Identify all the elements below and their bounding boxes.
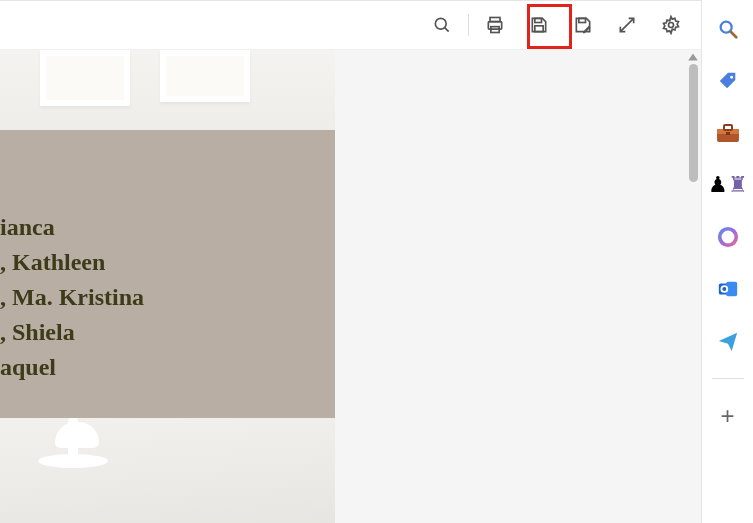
svg-point-12 — [730, 76, 733, 79]
svg-rect-16 — [726, 132, 730, 135]
right-sidebar: ♟♜+ — [701, 0, 753, 523]
scroll-thumb[interactable] — [689, 64, 698, 182]
sidebar-item-search[interactable] — [713, 14, 743, 44]
copilot-icon — [717, 226, 739, 248]
save-as-icon — [573, 15, 593, 35]
print-icon — [485, 15, 505, 35]
svg-rect-5 — [535, 18, 542, 22]
search-icon — [432, 15, 452, 35]
photo-background-top — [0, 50, 335, 130]
sidebar-separator — [712, 378, 744, 379]
chess-icon: ♟♜ — [708, 172, 748, 198]
toolbar — [0, 0, 701, 50]
save-icon — [529, 15, 549, 35]
fullscreen-icon — [617, 15, 637, 35]
name-line: ianca — [0, 210, 144, 245]
toolbar-separator — [468, 14, 469, 36]
picture-frame — [40, 50, 130, 106]
document-page: ianca, Kathleen, Ma. Kristina, Shielaaqu… — [0, 50, 335, 523]
content-area: ianca, Kathleen, Ma. Kristina, Shielaaqu… — [0, 50, 701, 523]
save-button[interactable] — [519, 5, 559, 45]
svg-rect-7 — [579, 18, 586, 22]
sidebar-item-outlook[interactable] — [713, 274, 743, 304]
name-line: , Ma. Kristina — [0, 280, 144, 315]
svg-line-11 — [730, 32, 736, 38]
name-list: ianca, Kathleen, Ma. Kristina, Shielaaqu… — [0, 210, 144, 385]
scroll-up-arrow[interactable] — [687, 52, 699, 62]
svg-line-1 — [445, 28, 449, 32]
fullscreen-button[interactable] — [607, 5, 647, 45]
outlook-icon — [717, 278, 739, 300]
save-as-button[interactable] — [563, 5, 603, 45]
svg-line-8 — [620, 18, 633, 31]
settings-button[interactable] — [651, 5, 691, 45]
svg-point-17 — [719, 229, 736, 246]
svg-point-9 — [669, 23, 674, 28]
scrollbar[interactable] — [685, 50, 701, 523]
sidebar-item-copilot[interactable] — [713, 222, 743, 252]
send-icon — [717, 330, 739, 352]
svg-rect-15 — [724, 125, 732, 130]
sidebar-add-button[interactable]: + — [713, 401, 743, 431]
gear-icon — [661, 15, 681, 35]
search-button[interactable] — [422, 5, 462, 45]
tag-icon — [717, 70, 739, 92]
picture-frame — [160, 50, 250, 102]
sidebar-item-toolbox[interactable] — [713, 118, 743, 148]
name-line: , Kathleen — [0, 245, 144, 280]
photo-background-bottom — [0, 418, 335, 523]
sidebar-item-chess[interactable]: ♟♜ — [713, 170, 743, 200]
document-viewport[interactable]: ianca, Kathleen, Ma. Kristina, Shielaaqu… — [0, 50, 701, 523]
name-line: , Shiela — [0, 315, 144, 350]
toolbox-icon — [716, 123, 740, 143]
print-button[interactable] — [475, 5, 515, 45]
search-sidebar-icon — [717, 18, 739, 40]
svg-rect-6 — [535, 26, 543, 32]
svg-point-0 — [435, 18, 446, 29]
sidebar-item-send[interactable] — [713, 326, 743, 356]
name-line: aquel — [0, 350, 144, 385]
sidebar-item-tag[interactable] — [713, 66, 743, 96]
